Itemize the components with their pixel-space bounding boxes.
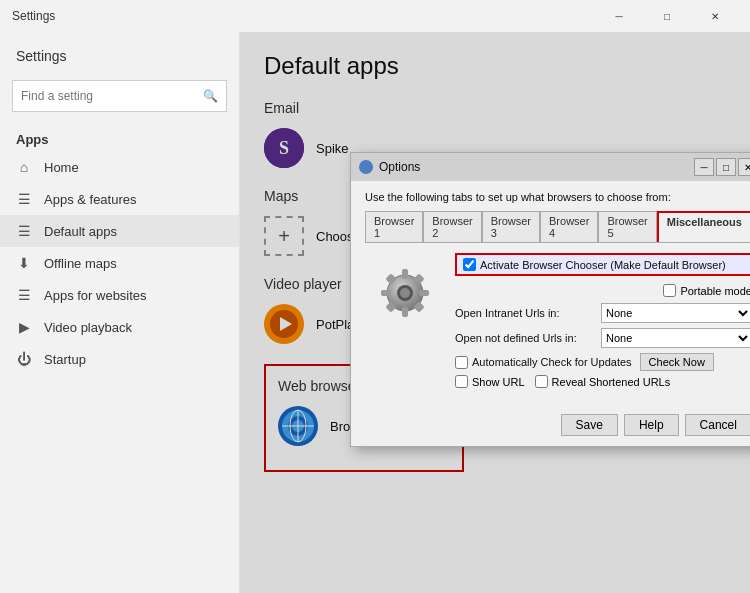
- home-icon: ⌂: [16, 159, 32, 175]
- svg-rect-16: [402, 269, 408, 279]
- reveal-shortened-checkbox[interactable]: [535, 375, 548, 388]
- dialog-title-bar: Options ─ □ ✕: [351, 153, 750, 181]
- portable-mode-label: Portable mode: [680, 285, 750, 297]
- dialog-maximize-button[interactable]: □: [716, 158, 736, 176]
- svg-rect-17: [402, 307, 408, 317]
- dialog-title-controls: ─ □ ✕: [694, 158, 750, 176]
- options-dialog: Options ─ □ ✕ Use the following tabs to …: [350, 152, 750, 447]
- browser-tabs: Browser 1 Browser 2 Browser 3 Browser 4 …: [365, 211, 750, 243]
- apps-for-websites-icon: ☰: [16, 287, 32, 303]
- browser-tab-2[interactable]: Browser 2: [423, 211, 481, 242]
- sidebar-label-video-playback: Video playback: [44, 320, 132, 335]
- content-area: Default apps Email S Spike Maps + Choose…: [240, 32, 750, 593]
- auto-check-checkbox[interactable]: [455, 356, 468, 369]
- dialog-close-button[interactable]: ✕: [738, 158, 750, 176]
- auto-check-row: Automatically Check for Updates Check No…: [455, 353, 750, 371]
- sidebar-item-default-apps[interactable]: ☰ Default apps: [0, 215, 239, 247]
- search-icon: 🔍: [203, 89, 218, 103]
- video-playback-icon: ▶: [16, 319, 32, 335]
- save-button[interactable]: Save: [561, 414, 618, 436]
- offline-maps-icon: ⬇: [16, 255, 32, 271]
- dialog-body: Activate Browser Chooser (Make Default B…: [365, 253, 750, 394]
- open-not-defined-row: Open not defined Urls in: None: [455, 328, 750, 348]
- app-container: Settings 🔍 Apps ⌂ Home ☰ Apps & features…: [0, 32, 750, 593]
- browser-tab-4[interactable]: Browser 4: [540, 211, 598, 242]
- open-not-defined-select[interactable]: None: [601, 328, 750, 348]
- auto-check-label: Automatically Check for Updates: [472, 356, 632, 368]
- sidebar-label-offline-maps: Offline maps: [44, 256, 117, 271]
- sidebar-item-home[interactable]: ⌂ Home: [0, 151, 239, 183]
- show-url-label: Show URL: [472, 376, 525, 388]
- svg-rect-18: [381, 290, 391, 296]
- svg-point-12: [361, 162, 371, 172]
- sidebar-item-video-playback[interactable]: ▶ Video playback: [0, 311, 239, 343]
- startup-icon: ⏻: [16, 351, 32, 367]
- dialog-overlay: Options ─ □ ✕ Use the following tabs to …: [240, 32, 750, 593]
- open-intranet-select[interactable]: None: [601, 303, 750, 323]
- sidebar-item-startup[interactable]: ⏻ Startup: [0, 343, 239, 375]
- sidebar-header: Settings: [0, 32, 239, 72]
- dialog-title-icon: [359, 160, 373, 174]
- sidebar: Settings 🔍 Apps ⌂ Home ☰ Apps & features…: [0, 32, 240, 593]
- svg-rect-19: [419, 290, 429, 296]
- activate-row: Activate Browser Chooser (Make Default B…: [455, 253, 750, 276]
- dialog-minimize-button[interactable]: ─: [694, 158, 714, 176]
- sidebar-label-home: Home: [44, 160, 79, 175]
- open-not-defined-label: Open not defined Urls in:: [455, 332, 595, 344]
- browser-tab-miscellaneous[interactable]: Miscellaneous: [657, 211, 750, 242]
- dialog-content: Use the following tabs to set up what br…: [351, 181, 750, 408]
- dialog-footer: Save Help Cancel: [351, 408, 750, 446]
- apps-features-icon: ☰: [16, 191, 32, 207]
- search-input[interactable]: [21, 89, 203, 103]
- sidebar-label-startup: Startup: [44, 352, 86, 367]
- title-bar: Settings ─ □ ✕: [0, 0, 750, 32]
- search-box[interactable]: 🔍: [12, 80, 227, 112]
- close-button[interactable]: ✕: [692, 0, 738, 32]
- show-url-checkbox[interactable]: [455, 375, 468, 388]
- open-intranet-row: Open Intranet Urls in: None: [455, 303, 750, 323]
- dialog-form: Activate Browser Chooser (Make Default B…: [455, 253, 750, 394]
- sidebar-section-title: Apps: [0, 120, 239, 151]
- gear-svg: [365, 253, 445, 333]
- sidebar-label-apps-for-websites: Apps for websites: [44, 288, 147, 303]
- help-button[interactable]: Help: [624, 414, 679, 436]
- browser-tab-3[interactable]: Browser 3: [482, 211, 540, 242]
- maximize-button[interactable]: □: [644, 0, 690, 32]
- svg-point-15: [400, 288, 410, 298]
- sidebar-item-apps-features[interactable]: ☰ Apps & features: [0, 183, 239, 215]
- dialog-title-label: Options: [379, 160, 420, 174]
- title-bar-controls: ─ □ ✕: [596, 0, 738, 32]
- browser-tab-1[interactable]: Browser 1: [365, 211, 423, 242]
- sidebar-label-apps-features: Apps & features: [44, 192, 137, 207]
- sidebar-item-apps-for-websites[interactable]: ☰ Apps for websites: [0, 279, 239, 311]
- reveal-shortened-label: Reveal Shortened URLs: [552, 376, 671, 388]
- dialog-instruction: Use the following tabs to set up what br…: [365, 191, 750, 203]
- portable-mode-checkbox[interactable]: [663, 284, 676, 297]
- sidebar-item-offline-maps[interactable]: ⬇ Offline maps: [0, 247, 239, 279]
- title-bar-label: Settings: [12, 9, 55, 23]
- activate-checkbox[interactable]: [463, 258, 476, 271]
- open-intranet-label: Open Intranet Urls in:: [455, 307, 595, 319]
- check-now-button[interactable]: Check Now: [640, 353, 714, 371]
- activate-label: Activate Browser Chooser (Make Default B…: [480, 259, 726, 271]
- sidebar-label-default-apps: Default apps: [44, 224, 117, 239]
- cancel-button[interactable]: Cancel: [685, 414, 750, 436]
- default-apps-icon: ☰: [16, 223, 32, 239]
- minimize-button[interactable]: ─: [596, 0, 642, 32]
- show-url-row: Show URL Reveal Shortened URLs: [455, 375, 750, 388]
- browser-tab-5[interactable]: Browser 5: [598, 211, 656, 242]
